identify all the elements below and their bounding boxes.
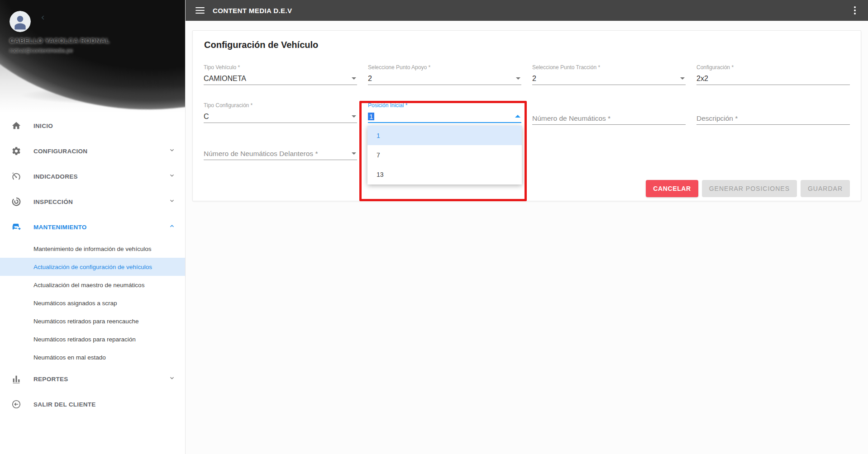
field-label: Seleccione Punto Tracción * <box>532 64 686 71</box>
vehicle-config-card: Configuración de Vehículo Tipo Vehículo … <box>192 30 861 201</box>
menu-hamburger-icon[interactable] <box>196 7 205 14</box>
sidebar-item-configuracion[interactable]: CONFIGURACION <box>0 138 185 164</box>
chevron-down-icon <box>352 115 356 118</box>
main-content: Configuración de Vehículo Tipo Vehículo … <box>186 21 868 454</box>
kebab-menu-icon[interactable] <box>850 5 860 15</box>
dropdown-option-13[interactable]: 13 <box>367 165 522 184</box>
chevron-down-icon <box>352 152 356 155</box>
field-descripcion: Descripción * <box>696 102 850 125</box>
profile-email: rodnal@contentmedia.pe <box>10 47 73 54</box>
sidebar-subitem-neumaticos-mal-estado[interactable]: Neumáticos en mal estado <box>0 348 185 366</box>
tipo-vehiculo-select[interactable]: CAMIONETA <box>204 72 357 85</box>
topbar: CONTENT MEDIA D.E.V <box>186 0 868 21</box>
chevron-down-icon <box>169 147 175 155</box>
field-placeholder: Número de Neumáticos * <box>532 114 610 123</box>
sidebar-item-label: REPORTES <box>33 376 169 383</box>
field-label: Tipo Configuración * <box>204 102 357 109</box>
collapse-sidebar-chevron-icon[interactable] <box>40 14 46 23</box>
sidebar-subitem-actualizacion-configuracion[interactable]: Actualización de configuración de vehícu… <box>0 258 185 276</box>
field-label: Seleccione Punto Apoyo * <box>368 64 521 71</box>
generate-positions-button[interactable]: GENERAR POSICIONES <box>702 180 797 197</box>
field-placeholder: Descripción * <box>696 114 738 123</box>
sidebar-subitem-neumaticos-scrap[interactable]: Neumáticos asignados a scrap <box>0 294 185 312</box>
sidebar-item-label: INDICADORES <box>33 173 169 180</box>
field-punto-apoyo: Seleccione Punto Apoyo * 2 <box>368 64 521 85</box>
chevron-down-icon <box>169 172 175 180</box>
dropdown-option-7[interactable]: 7 <box>367 145 522 165</box>
sidebar-item-label: MANTENIMIENTO <box>33 224 169 231</box>
posicion-inicial-dropdown: 1 7 13 <box>367 126 522 184</box>
sidebar-subitem-actualizacion-maestro[interactable]: Actualización del maestro de neumáticos <box>0 276 185 294</box>
tipo-configuracion-select[interactable]: C <box>204 110 357 123</box>
field-value: C <box>204 113 209 121</box>
field-label: Tipo Vehículo * <box>204 64 357 71</box>
sidebar-item-reportes[interactable]: REPORTES <box>0 366 185 392</box>
field-placeholder: Número de Neumáticos Delanteros * <box>204 150 318 158</box>
field-label: Posición Inicial * <box>368 102 521 109</box>
gauge-icon <box>11 171 22 182</box>
chevron-down-icon <box>169 198 175 206</box>
form-row-3: Número de Neumáticos Delanteros * <box>204 139 850 160</box>
field-label-spacer <box>532 102 686 109</box>
sidebar-subitem-mantenimiento-informacion[interactable]: Mantenimiento de información de vehículo… <box>0 240 185 258</box>
sidebar-item-inicio[interactable]: INICIO <box>0 113 185 138</box>
dropdown-option-1[interactable]: 1 <box>367 126 522 145</box>
selected-text: 1 <box>368 113 374 120</box>
chevron-up-icon <box>515 115 520 118</box>
chevron-down-icon <box>352 77 356 80</box>
posicion-inicial-select[interactable]: 1 <box>368 110 521 123</box>
field-tipo-configuracion: Tipo Configuración * C <box>204 102 357 125</box>
car-icon <box>11 222 22 232</box>
field-tipo-vehiculo: Tipo Vehículo * CAMIONETA <box>204 64 357 85</box>
profile-header-photo: CABELLO YACOLCA RODNAL rodnal@contentmed… <box>0 0 185 113</box>
field-value: CAMIONETA <box>204 75 246 83</box>
cancel-button[interactable]: CANCELAR <box>646 180 698 197</box>
sidebar-subitem-neumaticos-reencauche[interactable]: Neumáticos retirados para reencauche <box>0 312 185 330</box>
form-row-1: Tipo Vehículo * CAMIONETA Seleccione Pun… <box>204 64 850 85</box>
save-button[interactable]: GUARDAR <box>801 180 850 197</box>
field-label-spacer <box>696 102 850 109</box>
numero-neumaticos-input[interactable]: Número de Neumáticos * <box>532 112 686 125</box>
bar-chart-icon <box>11 374 22 384</box>
sidebar-item-label: INSPECCIÓN <box>33 199 169 205</box>
form-row-2: Tipo Configuración * C Posición Inicial … <box>204 102 850 125</box>
punto-apoyo-select[interactable]: 2 <box>368 72 521 85</box>
sidebar-subitem-neumaticos-reparacion[interactable]: Neumáticos retirados para reparación <box>0 330 185 348</box>
field-label-spacer <box>204 139 357 147</box>
sidebar-item-label: INICIO <box>33 123 175 129</box>
field-value: 2 <box>532 75 536 83</box>
sidebar-item-indicadores[interactable]: INDICADORES <box>0 164 185 189</box>
person-icon <box>10 11 31 32</box>
tire-shadow-decoration <box>18 85 185 106</box>
profile-name: CABELLO YACOLCA RODNAL <box>10 37 110 44</box>
field-value: 2x2 <box>696 75 708 83</box>
configuracion-input[interactable]: 2x2 <box>696 72 850 85</box>
field-posicion-inicial: Posición Inicial * 1 <box>368 102 521 125</box>
home-icon <box>11 120 22 131</box>
field-value: 2 <box>368 75 372 83</box>
field-label: Configuración * <box>696 64 850 71</box>
sidebar-item-mantenimiento[interactable]: MANTENIMIENTO <box>0 214 185 240</box>
sidebar: CABELLO YACOLCA RODNAL rodnal@contentmed… <box>0 0 186 454</box>
chevron-up-icon <box>169 223 175 231</box>
field-numero-neumaticos: Número de Neumáticos * <box>532 102 686 125</box>
sidebar-item-salir-del-cliente[interactable]: SALIR DEL CLIENTE <box>0 392 185 417</box>
chevron-down-icon <box>169 375 175 383</box>
sidebar-item-label: SALIR DEL CLIENTE <box>33 401 175 408</box>
page-title: Configuración de Vehículo <box>204 40 318 50</box>
field-punto-traccion: Seleccione Punto Tracción * 2 <box>532 64 686 85</box>
field-neumaticos-delanteros: Número de Neumáticos Delanteros * <box>204 139 357 160</box>
form-actions: CANCELAR GENERAR POSICIONES GUARDAR <box>646 180 850 197</box>
sidebar-nav: INICIO CONFIGURACION INDICADORES I <box>0 113 185 417</box>
gear-icon <box>11 146 22 156</box>
avatar <box>10 11 31 32</box>
chevron-down-icon <box>680 77 685 80</box>
sidebar-item-label: CONFIGURACION <box>33 148 169 155</box>
neumaticos-delanteros-select[interactable]: Número de Neumáticos Delanteros * <box>204 147 357 160</box>
field-configuracion: Configuración * 2x2 <box>696 64 850 85</box>
punto-traccion-select[interactable]: 2 <box>532 72 686 85</box>
chevron-down-icon <box>516 77 520 80</box>
app-title: CONTENT MEDIA D.E.V <box>213 7 292 14</box>
descripcion-input[interactable]: Descripción * <box>696 112 850 125</box>
sidebar-item-inspeccion[interactable]: INSPECCIÓN <box>0 189 185 214</box>
